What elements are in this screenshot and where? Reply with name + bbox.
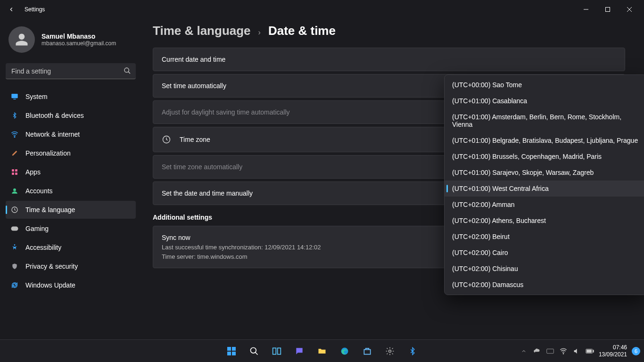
sidebar-item-label: Gaming	[25, 225, 49, 232]
card-label: Set time automatically	[162, 82, 226, 90]
search-wrapper	[6, 63, 136, 79]
profile-block[interactable]: Samuel Mbanaso mbanaso.samuel@gmail.com	[6, 24, 136, 61]
nav-list: SystemBluetooth & devicesNetwork & inter…	[6, 88, 136, 294]
timezone-option[interactable]: (UTC+01:00) Casablanca	[445, 93, 644, 109]
onedrive-icon[interactable]	[533, 347, 541, 355]
sidebar: Samuel Mbanaso mbanaso.samuel@gmail.com …	[0, 19, 141, 339]
sidebar-item-personalization[interactable]: Personalization	[6, 144, 136, 162]
sync-server: Time server: time.windows.com	[162, 252, 321, 262]
timezone-option[interactable]: (UTC+01:00) Brussels, Copenhagen, Madrid…	[445, 148, 644, 165]
task-view-icon[interactable]	[267, 342, 286, 361]
clock-date: 13/09/2021	[599, 351, 627, 358]
profile-name: Samuel Mbanaso	[41, 33, 116, 40]
sidebar-item-label: Personalization	[25, 149, 71, 157]
svg-rect-32	[586, 350, 592, 353]
accessibility-icon	[10, 243, 19, 252]
sidebar-item-gaming[interactable]: Gaming	[6, 220, 136, 238]
timezone-option[interactable]: (UTC+02:00) Beirut	[445, 229, 644, 245]
search-input[interactable]	[6, 63, 136, 79]
titlebar: Settings	[0, 0, 644, 19]
volume-icon[interactable]	[572, 347, 581, 355]
timezone-option[interactable]: (UTC+02:00) Amman	[445, 197, 644, 213]
card-label: Set the date and time manually	[162, 189, 253, 197]
sidebar-item-network-internet[interactable]: Network & internet	[6, 125, 136, 143]
timezone-option[interactable]: (UTC+02:00) Cairo	[445, 245, 644, 261]
timezone-option[interactable]: (UTC+02:00) Athens, Bucharest	[445, 213, 644, 229]
breadcrumb-parent[interactable]: Time & language	[153, 24, 251, 38]
bluetooth-icon	[10, 111, 19, 120]
card-label: Current date and time	[162, 56, 225, 63]
minimize-button[interactable]	[575, 2, 597, 17]
chat-icon[interactable]	[290, 342, 309, 361]
card-label: Adjust for daylight saving time automati…	[162, 108, 290, 116]
taskbar-clock[interactable]: 07:46 13/09/2021	[599, 344, 627, 358]
file-explorer-icon[interactable]	[313, 342, 331, 361]
keyboard-icon[interactable]	[546, 347, 554, 355]
back-button[interactable]	[4, 2, 19, 17]
sidebar-item-apps[interactable]: Apps	[6, 163, 136, 181]
timezone-option[interactable]: (UTC+00:00) Sao Tome	[445, 77, 644, 93]
svg-rect-20	[227, 352, 231, 355]
start-button[interactable]	[222, 342, 241, 361]
sidebar-item-label: Apps	[25, 168, 41, 176]
breadcrumb: Time & language › Date & time	[153, 24, 625, 38]
svg-rect-24	[273, 348, 276, 354]
svg-line-23	[256, 352, 258, 354]
card-current-date-time[interactable]: Current date and time	[153, 48, 625, 71]
sidebar-item-label: Accounts	[25, 187, 53, 195]
sidebar-item-accounts[interactable]: Accounts	[6, 182, 136, 200]
svg-line-5	[128, 72, 130, 74]
card-label: Time zone	[180, 136, 210, 143]
svg-rect-1	[606, 8, 610, 12]
sync-heading: Sync now	[162, 233, 321, 243]
notification-badge[interactable]: 6	[632, 347, 640, 355]
timezone-option[interactable]: (UTC+01:00) West Central Africa	[445, 181, 644, 197]
timezone-option[interactable]: (UTC+02:00) Chisinau	[445, 261, 644, 277]
sidebar-item-bluetooth-devices[interactable]: Bluetooth & devices	[6, 107, 136, 124]
timezone-option[interactable]: (UTC+01:00) Belgrade, Bratislava, Budape…	[445, 132, 644, 148]
tray-chevron-icon[interactable]	[520, 347, 528, 355]
timezone-option[interactable]: (UTC+01:00) Sarajevo, Skopje, Warsaw, Za…	[445, 165, 644, 181]
monitor-icon	[10, 92, 19, 101]
svg-point-8	[14, 136, 15, 137]
svg-rect-19	[232, 347, 236, 351]
svg-rect-7	[13, 99, 16, 99]
sidebar-item-label: Network & internet	[25, 131, 80, 138]
sidebar-item-label: Time & language	[25, 206, 75, 214]
sidebar-item-privacy-security[interactable]: Privacy & security	[6, 257, 136, 275]
sidebar-item-system[interactable]: System	[6, 88, 136, 106]
wifi-icon[interactable]	[559, 347, 568, 355]
battery-icon[interactable]	[586, 347, 594, 355]
svg-rect-18	[227, 347, 231, 351]
maximize-button[interactable]	[597, 2, 619, 17]
shield-icon	[10, 262, 19, 271]
sidebar-item-label: Bluetooth & devices	[25, 112, 84, 119]
sidebar-item-time-language[interactable]: Time & language	[6, 201, 136, 219]
bluetooth-taskbar-icon[interactable]	[403, 342, 422, 361]
taskbar-search-icon[interactable]	[245, 342, 264, 361]
taskbar: 07:46 13/09/2021 6	[0, 339, 644, 362]
sidebar-item-windows-update[interactable]: Windows Update	[6, 276, 136, 294]
timezone-dropdown[interactable]: (UTC+00:00) Sao Tome(UTC+01:00) Casablan…	[444, 74, 644, 295]
system-tray: 07:46 13/09/2021 6	[520, 344, 640, 358]
svg-point-4	[124, 68, 129, 72]
close-button[interactable]	[619, 2, 640, 17]
svg-rect-6	[11, 94, 17, 98]
card-label: Set time zone automatically	[162, 163, 242, 171]
update-icon	[10, 281, 19, 289]
settings-taskbar-icon[interactable]	[380, 342, 399, 361]
timezone-option[interactable]: (UTC+01:00) Amsterdam, Berlin, Bern, Rom…	[445, 109, 644, 132]
svg-rect-11	[12, 173, 14, 175]
svg-rect-10	[15, 169, 17, 172]
timezone-option[interactable]: (UTC+02:00) Damascus	[445, 277, 644, 293]
sidebar-item-accessibility[interactable]: Accessibility	[6, 239, 136, 256]
clock-time: 07:46	[599, 344, 627, 351]
edge-icon[interactable]	[335, 342, 354, 361]
svg-rect-15	[11, 227, 18, 231]
store-icon[interactable]	[358, 342, 377, 361]
sidebar-item-label: Windows Update	[25, 281, 75, 289]
sync-last: Last successful time synchronization: 12…	[162, 243, 321, 252]
sidebar-item-label: Privacy & security	[25, 263, 78, 270]
page-title: Date & time	[268, 24, 336, 38]
wifi-icon	[10, 130, 19, 139]
